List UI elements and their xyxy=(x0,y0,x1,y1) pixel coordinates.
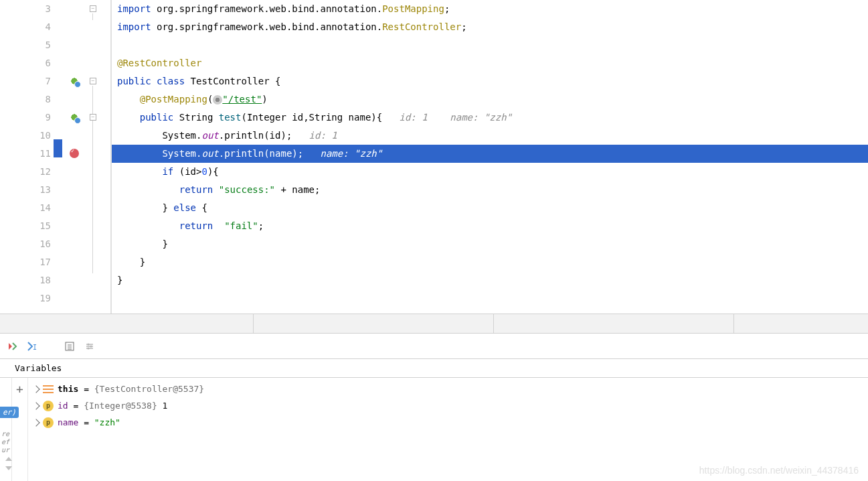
number: 0 xyxy=(201,166,207,177)
breadcrumb-segment[interactable] xyxy=(734,314,868,333)
breadcrumb-segment[interactable] xyxy=(494,314,734,333)
var-value: {TestController@5537} xyxy=(94,384,204,394)
annotation: @PostMapping xyxy=(140,94,207,105)
fold-toggle-icon[interactable]: − xyxy=(90,5,96,12)
code-line[interactable]: import org.springframework.web.bind.anno… xyxy=(112,18,868,36)
fold-toggle-icon[interactable]: − xyxy=(90,114,96,121)
params: (Integer id,String name){ xyxy=(241,112,382,123)
line-number[interactable]: 12 xyxy=(0,163,51,181)
code-line[interactable]: if (id>0){ xyxy=(112,163,868,181)
watch-strip: er) reefur xyxy=(0,378,12,481)
code-line[interactable]: System.out.println(id); id: 1 xyxy=(112,127,868,145)
fold-line xyxy=(92,13,93,20)
line-number[interactable]: 17 xyxy=(0,253,51,271)
line-number[interactable]: 6 xyxy=(0,54,51,72)
code-editor[interactable]: 3 4 5 6 7 8 9 10 11 12 13 14 15 16 17 18… xyxy=(0,0,868,314)
line-number[interactable]: 10 xyxy=(0,127,51,145)
code-line-current[interactable]: System.out.println(name); name: "zzh" xyxy=(112,145,868,163)
var-eq: = xyxy=(78,417,94,427)
code-line[interactable]: } else { xyxy=(112,199,868,217)
inline-hint: id: 1 xyxy=(292,130,337,141)
chevron-right-icon[interactable] xyxy=(32,402,39,409)
variable-row-name[interactable]: p name = "zzh" xyxy=(28,414,868,431)
code-line[interactable]: return "success:" + name; xyxy=(112,181,868,199)
add-watch-button[interactable]: + xyxy=(16,382,23,396)
code-line[interactable]: return "fail"; xyxy=(112,217,868,235)
line-number[interactable]: 9 xyxy=(0,109,51,127)
punct: } xyxy=(162,238,167,249)
line-number[interactable]: 11 xyxy=(0,145,51,163)
code-line[interactable]: import org.springframework.web.bind.anno… xyxy=(112,0,868,18)
code-line[interactable]: } xyxy=(112,235,868,253)
spring-bean-icon[interactable] xyxy=(69,76,80,86)
fold-gutter: − − − xyxy=(87,0,111,314)
punct: } xyxy=(162,202,173,213)
annotation: @RestController xyxy=(117,58,201,68)
calculator-icon[interactable] xyxy=(63,340,76,353)
code-line[interactable]: } xyxy=(112,253,868,271)
fold-toggle-icon[interactable]: − xyxy=(90,78,96,84)
variables-tab[interactable]: Variables xyxy=(0,359,868,378)
keyword: public xyxy=(140,112,179,123)
line-number[interactable]: 5 xyxy=(0,36,51,54)
expr: + name; xyxy=(275,184,320,195)
chevron-right-icon[interactable] xyxy=(32,385,39,393)
line-number[interactable]: 3 xyxy=(0,0,51,18)
line-number[interactable]: 15 xyxy=(0,217,51,235)
variables-label: Variables xyxy=(15,363,62,373)
gutter: 3 4 5 6 7 8 9 10 11 12 13 14 15 16 17 18… xyxy=(0,0,112,314)
field: out xyxy=(201,148,218,159)
punct: { xyxy=(196,202,207,213)
code-line[interactable]: @PostMapping("/test") xyxy=(112,90,868,109)
code-area[interactable]: import org.springframework.web.bind.anno… xyxy=(112,0,868,314)
var-eq: = xyxy=(68,401,84,411)
line-number[interactable]: 4 xyxy=(0,18,51,36)
param-icon: p xyxy=(43,401,54,411)
globe-icon[interactable] xyxy=(213,95,222,105)
line-number[interactable]: 14 xyxy=(0,199,51,217)
chevron-right-icon[interactable] xyxy=(32,419,39,426)
keyword: import xyxy=(117,21,157,32)
class-ref: RestController xyxy=(382,21,461,32)
package-path: org.springframework.web.bind.annotation. xyxy=(157,21,382,32)
var-number: 1 xyxy=(163,401,168,411)
url-string[interactable]: "/test" xyxy=(222,94,262,105)
type: String xyxy=(179,112,219,123)
variable-row-id[interactable]: p id = {Integer@5538} 1 xyxy=(28,397,868,414)
inline-hint: name: "zzh" xyxy=(303,148,382,159)
code-line[interactable] xyxy=(112,289,868,307)
breakpoint-icon[interactable] xyxy=(70,149,79,158)
class-ref: PostMapping xyxy=(382,3,444,14)
line-number[interactable]: 16 xyxy=(0,235,51,253)
var-name: this xyxy=(58,384,78,394)
spring-mapping-icon[interactable] xyxy=(69,112,80,123)
keyword: return xyxy=(179,184,219,195)
line-number[interactable]: 18 xyxy=(0,271,51,289)
line-number[interactable]: 13 xyxy=(0,181,51,199)
line-number[interactable]: 7 xyxy=(0,72,51,90)
code-line[interactable]: public String test(Integer id,String nam… xyxy=(112,109,868,127)
code-line[interactable]: @RestController xyxy=(112,54,868,72)
debug-toolbar: I xyxy=(0,334,868,359)
variable-row-this[interactable]: this = {TestController@5537} xyxy=(28,381,868,397)
code-line[interactable] xyxy=(112,36,868,54)
punct: ){ xyxy=(207,166,219,177)
gutter-highlight xyxy=(54,139,62,157)
rerun-icon[interactable] xyxy=(5,340,19,353)
watermark: https://blog.csdn.net/weixin_44378416 xyxy=(699,465,859,476)
type-hint-badge: er) xyxy=(0,407,19,418)
line-number[interactable]: 8 xyxy=(0,90,51,109)
object-icon xyxy=(43,385,54,393)
expr: System. xyxy=(162,130,201,141)
step-icon[interactable]: I xyxy=(25,340,39,353)
arrow-down-icon[interactable] xyxy=(5,466,12,470)
punct: } xyxy=(140,257,145,267)
inline-hint: id: 1 name: "zzh" xyxy=(382,112,512,123)
code-line[interactable]: } xyxy=(112,271,868,289)
arrow-up-icon[interactable] xyxy=(5,457,12,461)
breadcrumb-segment[interactable] xyxy=(0,314,254,333)
settings-icon[interactable] xyxy=(83,340,96,353)
breadcrumb-segment[interactable] xyxy=(254,314,494,333)
code-line[interactable]: public class TestController { xyxy=(112,72,868,90)
line-number[interactable]: 19 xyxy=(0,289,51,307)
